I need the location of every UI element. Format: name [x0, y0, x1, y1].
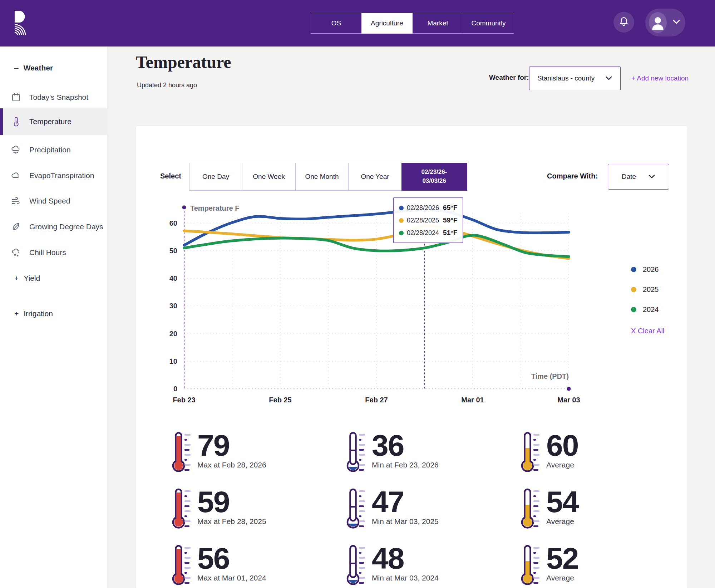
nav-tab-community[interactable]: Community [463, 13, 514, 34]
thermometer-avg-icon [521, 544, 543, 588]
stat-text: 56Max at Mar 01, 2024 [197, 544, 266, 582]
svg-text:Feb 27: Feb 27 [365, 396, 388, 404]
chart-legend: 202620252024X Clear All [631, 265, 664, 335]
location-select[interactable]: Stanislaus - county [529, 67, 621, 90]
svg-text:Temperature F: Temperature F [190, 204, 239, 212]
legend-dot [631, 307, 636, 312]
stat-value: 52 [546, 545, 578, 572]
thermometer-max-icon [172, 487, 194, 533]
notifications-button[interactable] [613, 12, 634, 33]
cloud-icon [11, 170, 21, 181]
legend-item-2025[interactable]: 2025 [631, 285, 664, 294]
tooltip-value: 51°F [443, 229, 457, 237]
snow-cloud-icon [11, 247, 21, 258]
time-range-group: One DayOne WeekOne MonthOne Year02/23/26… [189, 163, 467, 191]
legend-label: 2025 [643, 285, 659, 294]
primary-nav-tabs: OSAgricultureMarketCommunity [311, 13, 514, 34]
range-button-label: One Year [361, 173, 389, 181]
avatar [649, 12, 667, 33]
range-button-custom-dates[interactable]: 02/23/26-03/03/26 [401, 163, 467, 191]
stat-label: Average [546, 574, 578, 582]
stat-value: 56 [197, 545, 266, 572]
stat-value: 59 [197, 488, 266, 516]
tooltip-date: 02/28/2024 [407, 229, 439, 237]
compare-with-label: Compare With: [547, 172, 598, 180]
sidebar-item-evapotranspiration[interactable]: EvapoTranspiration [0, 167, 107, 184]
stat-text: 59Max at Feb 28, 2025 [197, 487, 266, 526]
stat-max-2024: 56Max at Mar 01, 2024 [172, 544, 346, 588]
sidebar-item-precipitation[interactable]: Precipitation [0, 141, 107, 158]
stat-value: 36 [372, 432, 439, 459]
nav-tab-market[interactable]: Market [412, 13, 463, 34]
sidebar-item-today-s-snapshot[interactable]: Today's Snapshot [0, 89, 107, 106]
sidebar-section-irrigation[interactable]: +Irrigation [14, 309, 53, 318]
legend-label: 2026 [643, 265, 659, 274]
tooltip-row: 02/28/202559°F [399, 216, 458, 224]
sidebar-item-label: Precipitation [29, 146, 71, 154]
temperature-chart[interactable]: 0102030405060Feb 23Feb 25Feb 27Mar 01Mar… [147, 196, 597, 416]
range-button-one-day[interactable]: One Day [189, 163, 243, 191]
leaf-icon [11, 221, 21, 232]
range-button-one-year[interactable]: One Year [348, 163, 402, 191]
range-button-one-month[interactable]: One Month [295, 163, 349, 191]
thermometer-avg-icon [521, 431, 543, 476]
clear-all-button[interactable]: X Clear All [631, 327, 664, 335]
stat-text: 54Average [546, 487, 578, 526]
stat-max-2026: 79Max at Feb 28, 2026 [172, 431, 346, 487]
stat-value: 79 [197, 432, 266, 459]
thermometer-min-icon [346, 431, 368, 476]
stat-min-2026: 36Min at Feb 23, 2026 [346, 431, 521, 487]
nav-tab-agriculture[interactable]: Agriculture [361, 13, 413, 34]
range-button-label: One Month [305, 173, 339, 181]
sidebar-item-chill-hours[interactable]: Chill Hours [0, 244, 107, 261]
stat-text: 36Min at Feb 23, 2026 [372, 431, 439, 469]
legend-dot [631, 267, 636, 272]
sidebar: –WeatherToday's SnapshotTemperaturePreci… [0, 46, 107, 588]
tooltip-date: 02/28/2026 [407, 204, 439, 212]
compare-with-select[interactable]: Date [608, 164, 669, 190]
sidebar-item-label: Growing Degree Days [29, 222, 103, 231]
top-navbar: OSAgricultureMarketCommunity [0, 0, 715, 46]
sidebar-item-label: EvapoTranspiration [29, 171, 94, 180]
add-new-location-link[interactable]: + Add new location [631, 74, 689, 82]
nav-tab-os[interactable]: OS [311, 13, 362, 34]
stat-label: Max at Feb 28, 2025 [197, 517, 266, 526]
stat-label: Min at Mar 03, 2025 [372, 517, 439, 526]
compare-with-value: Date [622, 173, 636, 181]
brand-logo-icon[interactable] [9, 10, 31, 37]
svg-text:Mar 01: Mar 01 [461, 396, 484, 404]
page-title: Temperature [136, 52, 231, 72]
sidebar-item-wind-speed[interactable]: Wind Speed [0, 192, 107, 210]
svg-text:Time (PDT): Time (PDT) [531, 372, 569, 380]
wind-icon [11, 196, 21, 206]
stat-max-2025: 59Max at Feb 28, 2025 [172, 487, 346, 544]
legend-item-2024[interactable]: 2024 [631, 305, 664, 314]
sidebar-section-label: Yield [24, 274, 40, 283]
chevron-down-icon [605, 74, 612, 82]
range-button-one-week[interactable]: One Week [242, 163, 296, 191]
svg-text:50: 50 [169, 247, 177, 255]
svg-text:Mar 03: Mar 03 [557, 396, 580, 404]
stat-label: Average [546, 517, 578, 526]
sidebar-item-growing-degree-days[interactable]: Growing Degree Days [0, 218, 107, 235]
legend-item-2026[interactable]: 2026 [631, 265, 664, 274]
thermometer-max-icon [172, 431, 194, 476]
collapse-minus-icon: – [14, 64, 19, 72]
stat-avg-2026: 60Average [521, 431, 687, 487]
stat-value: 54 [546, 488, 578, 516]
legend-label: 2024 [643, 305, 659, 314]
chevron-down-icon [672, 19, 680, 26]
stat-label: Max at Mar 01, 2024 [197, 574, 266, 582]
stat-avg-2025: 54Average [521, 487, 687, 544]
svg-text:0: 0 [173, 385, 177, 393]
rain-cloud-icon [11, 144, 21, 155]
user-menu[interactable] [645, 9, 685, 36]
svg-text:40: 40 [169, 274, 177, 282]
stat-text: 48Min at Mar 03, 2024 [372, 544, 439, 582]
sidebar-section-weather[interactable]: –Weather [14, 64, 53, 72]
sidebar-section-yield[interactable]: +Yield [14, 274, 40, 283]
svg-text:30: 30 [169, 302, 177, 310]
sidebar-section-label: Weather [24, 64, 53, 72]
sidebar-item-temperature[interactable]: Temperature [0, 108, 107, 135]
stat-label: Average [546, 461, 578, 469]
